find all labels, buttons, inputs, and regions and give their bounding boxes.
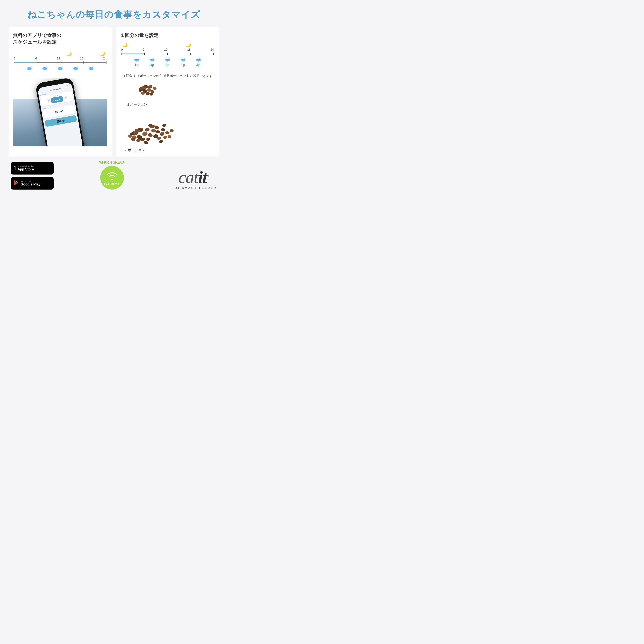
moon-r-1: 🌙 [122, 42, 128, 47]
catit-brand-name: catit® [178, 169, 209, 186]
svg-point-16 [144, 127, 150, 132]
svg-point-4 [148, 85, 153, 89]
tl-num-6: 6 [35, 57, 37, 60]
r-bowl-2: 🥣 [149, 57, 155, 62]
svg-point-29 [144, 141, 148, 144]
svg-point-19 [147, 133, 153, 137]
svg-point-9 [152, 87, 157, 90]
right-column: １回分の量を設定 🌙 🌙 0 6 12 18 24 [116, 27, 219, 156]
moon-icon-2: 🌙 [100, 51, 105, 56]
food-area: １回分は １ポーションから 複数ポーションまで 設定できます [120, 71, 215, 152]
svg-point-40 [162, 123, 166, 127]
wifi-arc-icon [105, 170, 120, 182]
googleplay-label-small: GET IT ON [21, 180, 40, 182]
r-tl-num-0: 0 [121, 48, 123, 51]
catit-it-part: it [198, 168, 207, 187]
svg-point-37 [165, 131, 170, 135]
r-tl-num-18: 18 [187, 48, 191, 51]
catit-logo: catit® PIXI SMART FEEDER [170, 169, 217, 190]
bowl-icon-3: 🥣 [58, 66, 63, 71]
r-bowl-5: 🥣 [196, 57, 201, 62]
r-tl-num-6: 6 [143, 48, 144, 51]
googleplay-icon [14, 180, 19, 187]
wifi-circle: BUILT-IN WI-FI [100, 166, 124, 190]
right-col-title: １回分の量を設定 [120, 32, 215, 39]
left-col-title: 無料のアプリで食事の スケジュールを設定 [13, 32, 107, 46]
bottom-section:  Download on the App Store G [9, 161, 219, 190]
moon-r-2: 🌙 [186, 42, 191, 47]
label-3-portion: ３ポーション [125, 148, 145, 152]
r-tl-num-24: 24 [210, 48, 214, 51]
svg-point-39 [167, 135, 172, 139]
main-title: ねこちゃんの毎日の食事をカスタマイズ [9, 9, 219, 21]
svg-point-34 [163, 135, 168, 139]
food-small-pile [133, 77, 167, 101]
svg-point-27 [155, 130, 160, 134]
food-large-pile [122, 114, 193, 152]
label-1-portion: １ポーション [127, 102, 147, 107]
portion-val-4: 1p [180, 63, 186, 67]
left-column: 無料のアプリで食事の スケジュールを設定 🌙 🌙 0 6 12 1 [9, 27, 112, 156]
wifi-badge: WI-FI*2.4 GHzのみ BUILT-IN WI-FI [99, 161, 125, 190]
svg-point-22 [146, 137, 150, 141]
timeline-right: 🌙 🌙 0 6 12 18 24 [120, 42, 215, 67]
googleplay-label-big: Google Play [21, 182, 40, 186]
portion-val-5: 4p [195, 63, 201, 67]
tl-num-0: 0 [14, 57, 15, 60]
tl-num-24: 24 [103, 57, 106, 60]
page-wrapper: ねこちゃんの毎日の食事をカスタマイズ 無料のアプリで食事の スケジュールを設定 … [0, 0, 228, 198]
svg-point-21 [151, 129, 156, 133]
catit-reg: ® [207, 174, 209, 178]
phone-hour: 06 [55, 110, 58, 114]
googleplay-button[interactable]: GET IT ON Google Play [11, 177, 54, 190]
svg-point-14 [142, 132, 147, 136]
appstore-text: Download on the App Store [18, 165, 34, 171]
r-bowl-1: 🥣 [134, 57, 139, 62]
svg-point-38 [159, 140, 163, 143]
r-bowl-3: 🥣 [165, 57, 170, 62]
wifi-circle-text: BUILT-IN WI-FI [104, 182, 120, 185]
bowl-icon-5: 🥣 [88, 66, 94, 71]
timeline-left: 🌙 🌙 0 6 12 18 24 [13, 49, 107, 74]
appstore-label-small: Download on the [18, 165, 34, 167]
wifi-label: WI-FI*2.4 GHzのみ [99, 161, 125, 165]
moon-icon-1: 🌙 [67, 51, 72, 56]
r-tl-num-12: 12 [164, 48, 167, 51]
googleplay-text: GET IT ON Google Play [21, 180, 40, 186]
appstore-button[interactable]:  Download on the App Store [11, 162, 54, 175]
bowl-icon-4: 🥣 [73, 66, 78, 71]
appstore-label-big: App Store [18, 167, 34, 171]
two-col-layout: 無料のアプリで食事の スケジュールを設定 🌙 🌙 0 6 12 1 [9, 27, 219, 156]
phone-minute: 00 [60, 109, 64, 113]
svg-point-32 [159, 132, 165, 137]
portion-val-1: 1p [134, 63, 140, 67]
portion-val-2: 3p [149, 63, 155, 67]
portion-val-3: 2p [164, 63, 170, 67]
apple-icon:  [14, 165, 16, 172]
tl-num-18: 18 [80, 57, 83, 60]
svg-point-42 [111, 179, 113, 180]
bowl-icon-2: 🥣 [42, 66, 47, 71]
app-store-buttons:  Download on the App Store G [11, 162, 54, 190]
catit-subtitle: PIXI SMART FEEDER [170, 186, 217, 190]
svg-point-31 [154, 125, 159, 130]
tl-num-12: 12 [57, 57, 60, 60]
catit-cat-part: cat [178, 168, 198, 187]
r-bowl-4: 🥣 [180, 57, 186, 62]
svg-point-41 [170, 129, 174, 132]
svg-point-33 [161, 128, 166, 131]
bowl-icon-1: 🥣 [27, 66, 32, 71]
